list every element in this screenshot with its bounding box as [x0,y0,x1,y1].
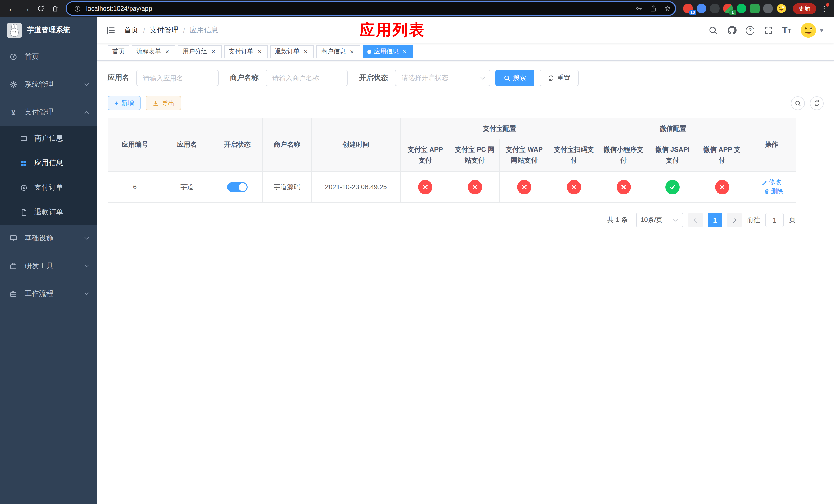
extensions-tray: 10 1 [680,4,789,13]
app-name-input[interactable] [136,70,219,86]
add-button[interactable]: + 新增 [108,96,140,110]
top-navbar: 首页 / 支付管理 / 应用信息 应用列表 ? [97,18,834,43]
sidebar-item-payment-orders[interactable]: 支付订单 [0,175,97,200]
github-icon[interactable] [727,25,737,36]
close-icon[interactable]: × [302,48,309,55]
app-title: 芋道管理系统 [27,26,70,35]
filter-form: 应用名 商户名称 开启状态 请选择开启状态 搜索 [108,70,824,86]
close-icon[interactable]: × [163,48,171,55]
browser-toolbar: ← → localhost:1024/pay/app 10 [0,0,834,18]
col-header-merchant: 商户名称 [262,118,312,171]
help-icon[interactable]: ? [746,26,754,35]
screen: ← → localhost:1024/pay/app 10 [0,0,834,504]
tag-user-group[interactable]: 用户分组 × [178,45,222,58]
cell-app-name: 芋道 [162,171,212,202]
tag-label: 应用信息 [374,47,398,56]
share-icon[interactable] [647,3,659,14]
refresh-icon [813,100,820,107]
close-icon[interactable]: × [348,48,355,55]
sidebar-item-merchant-info[interactable]: 商户信息 [0,126,97,151]
chrome-update-button[interactable]: 更新 [793,3,816,14]
menu-label: 系统管理 [25,80,53,89]
profile-avatar-icon[interactable] [776,4,786,13]
goto-page-input[interactable] [765,213,784,227]
export-button[interactable]: 导出 [146,96,181,110]
sidebar-item-refund-orders[interactable]: 退款订单 [0,200,97,225]
status-select[interactable]: 请选择开启状态 [395,70,490,86]
cell-alipay-pc [450,171,499,202]
next-page-button[interactable] [727,213,742,227]
tag-home[interactable]: 首页 [108,45,129,58]
edit-link-label: 修改 [769,178,781,187]
tag-label: 用户分组 [182,47,207,56]
refresh-table-button[interactable] [810,96,824,110]
sidebar-item-app-info[interactable]: 应用信息 [0,151,97,175]
bookmark-star-icon[interactable] [662,3,673,14]
main-area: 首页 / 支付管理 / 应用信息 应用列表 ? [97,18,834,504]
password-key-icon[interactable] [633,3,644,14]
sidebar-item-home[interactable]: 首页 [0,43,97,71]
edit-link[interactable]: 修改 [762,178,781,187]
hamburger-icon[interactable] [106,25,116,36]
breadcrumb-home[interactable]: 首页 [124,26,138,35]
extension-icon-7[interactable] [763,4,773,13]
page-number-button[interactable]: 1 [708,213,722,227]
close-icon[interactable]: × [210,48,217,55]
browser-home-button[interactable] [48,2,62,15]
payment-submenu: 商户信息 应用信息 支付订单 [0,126,97,225]
download-icon [152,100,159,107]
extension-icon-1[interactable]: 10 [683,4,693,13]
close-icon[interactable]: × [401,48,408,55]
page-size-select[interactable]: 10条/页 [636,213,683,227]
status-enabled-icon [665,180,680,194]
extension-icon-4[interactable]: 1 [723,4,733,13]
notification-dot [826,3,829,6]
tag-refund-orders[interactable]: 退款订单 × [270,45,314,58]
trash-icon [764,188,770,194]
browser-back-button[interactable]: ← [5,2,19,15]
tag-merchant-info[interactable]: 商户信息 × [316,45,360,58]
delete-link[interactable]: 删除 [764,187,783,196]
menu-label: 首页 [25,52,39,62]
search-icon[interactable] [708,25,718,36]
tag-app-info[interactable]: 应用信息 × [363,45,413,58]
sidebar-item-payment[interactable]: ¥ 支付管理 [0,98,97,126]
prev-page-button[interactable] [688,213,703,227]
sidebar-item-workflow[interactable]: 工作流程 [0,280,97,307]
extension-icon-2[interactable] [697,4,706,13]
browser-menu-icon[interactable]: ⋮ [820,2,829,15]
site-info-icon[interactable] [72,3,83,14]
status-toggle[interactable] [227,182,247,192]
pay-order-icon [20,184,28,192]
cell-alipay-app [400,171,450,202]
search-button-label: 搜索 [513,73,526,83]
sidebar-logo[interactable]: 芋道管理系统 [0,18,97,43]
extension-icon-6[interactable] [750,4,760,13]
sidebar-item-infrastructure[interactable]: 基础设施 [0,225,97,252]
browser-forward-button[interactable]: → [20,2,33,15]
browser-reload-button[interactable] [34,2,47,15]
close-icon[interactable]: × [256,48,263,55]
tag-process-form[interactable]: 流程表单 × [132,45,175,58]
search-icon [504,75,510,81]
address-bar[interactable]: localhost:1024/pay/app [67,2,675,15]
extension-icon-3[interactable] [710,4,720,13]
font-size-icon[interactable]: TT [782,25,791,36]
sidebar-item-system[interactable]: 系统管理 [0,71,97,98]
reset-button[interactable]: 重置 [540,70,578,86]
search-icon [794,100,801,107]
merchant-name-input[interactable] [266,70,348,86]
sidebar-item-dev-tools[interactable]: 研发工具 [0,252,97,280]
col-header-app-name: 应用名 [162,118,212,171]
menu-label: 研发工具 [25,261,53,271]
extension-icon-5[interactable] [737,4,746,13]
tag-payment-orders[interactable]: 支付订单 × [224,45,268,58]
col-header-alipay-scan: 支付宝扫码支付 [549,139,599,171]
breadcrumb-payment[interactable]: 支付管理 [150,26,178,35]
document-icon [20,208,28,216]
toggle-search-button[interactable] [791,96,805,110]
user-avatar-menu[interactable] [800,22,824,39]
fullscreen-icon[interactable] [763,25,773,36]
col-header-wechat-mini: 微信小程序支付 [599,139,648,171]
search-button[interactable]: 搜索 [496,70,534,86]
